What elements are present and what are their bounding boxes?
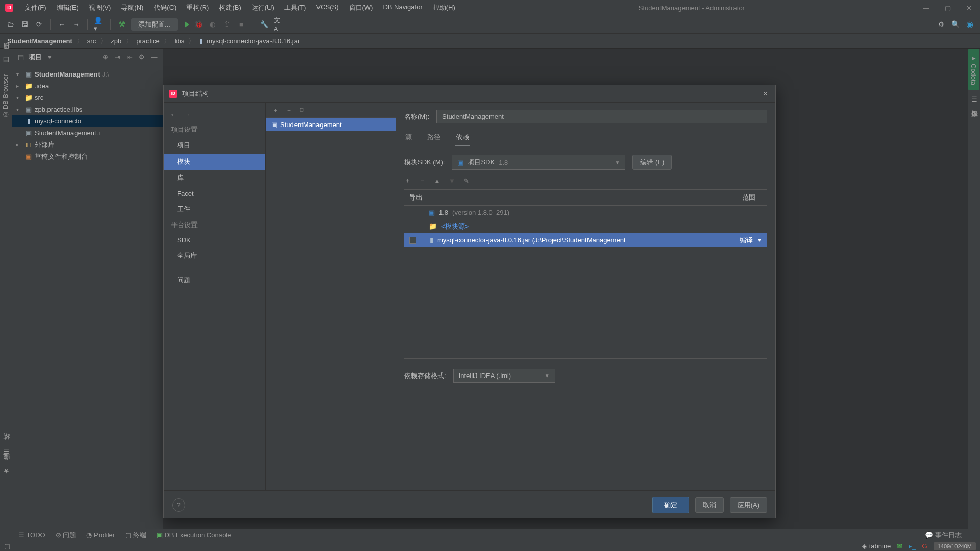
sb-profiler[interactable]: ◔ Profiler <box>86 531 115 539</box>
coverage-icon[interactable]: ◐ <box>208 19 218 30</box>
gear-icon[interactable]: ⚙ <box>137 53 146 61</box>
tree-node-jar[interactable]: ▮ mysql-connecto <box>12 115 163 127</box>
breadcrumb-item[interactable]: zpb <box>111 37 121 45</box>
refresh-icon[interactable]: ⟳ <box>34 19 44 30</box>
run-icon[interactable] <box>185 21 189 28</box>
sb-google-icon[interactable]: G <box>922 542 927 550</box>
menu-vcs[interactable]: VCS(S) <box>311 1 344 14</box>
tab-codota[interactable]: ▸Codota <box>968 49 979 90</box>
tree-node-external-libs[interactable]: ▸⫿⫿ 外部库 <box>12 139 163 151</box>
move-down-icon[interactable]: ▼ <box>449 177 455 185</box>
tree-node-package[interactable]: ▾▣ zpb.practice.libs <box>12 104 163 115</box>
menu-code[interactable]: 代码(C) <box>149 1 181 14</box>
back-icon[interactable]: ← <box>57 19 67 30</box>
menu-window[interactable]: 窗口(W) <box>344 1 378 14</box>
edit-sdk-button[interactable]: 编辑 (E) <box>632 155 672 170</box>
tab-paths[interactable]: 路径 <box>426 130 442 146</box>
dep-row-module-source[interactable]: 📁 <模块源> <box>404 219 767 233</box>
nav-facet[interactable]: Facet <box>164 186 265 201</box>
remove-dep-icon[interactable]: － <box>419 176 426 185</box>
add-module-icon[interactable]: ＋ <box>272 106 279 115</box>
open-icon[interactable]: 🗁 <box>5 19 15 30</box>
remove-module-icon[interactable]: － <box>286 106 292 115</box>
menu-edit[interactable]: 编辑(E) <box>52 1 84 14</box>
build-icon[interactable]: ⚒ <box>117 19 127 30</box>
ide-settings-icon[interactable]: ⚙ <box>936 19 946 30</box>
user-icon[interactable]: 👤▾ <box>94 19 104 30</box>
tree-node-src[interactable]: ▾📁 src <box>12 92 163 104</box>
breadcrumb-item[interactable]: practice <box>136 37 160 45</box>
module-item[interactable]: ▣ StudentManagement <box>266 118 396 131</box>
memory-indicator[interactable]: 1409/10240M <box>934 542 976 550</box>
hide-icon[interactable]: — <box>150 53 159 61</box>
sb-problems[interactable]: ⊘ 问题 <box>56 531 77 540</box>
module-sdk-dropdown[interactable]: ▣ 项目SDK 1.8 ▼ <box>452 155 625 170</box>
tab-database[interactable]: ☰数据库 <box>968 90 980 110</box>
nav-sdk[interactable]: SDK <box>164 233 265 247</box>
minimize-button[interactable]: — <box>923 4 929 12</box>
nav-global-libs[interactable]: 全局库 <box>164 247 265 264</box>
save-icon[interactable]: 🖫 <box>19 19 30 30</box>
apply-button[interactable]: 应用(A) <box>730 497 767 513</box>
menu-run[interactable]: 运行(U) <box>247 1 279 14</box>
settings-icon[interactable]: 🔧 <box>259 19 270 30</box>
nav-artifacts[interactable]: 工件 <box>164 201 265 217</box>
tree-node-iml[interactable]: ▣ StudentManagement.i <box>12 127 163 139</box>
sb-todo[interactable]: ☰ TODO <box>18 531 45 539</box>
add-dep-icon[interactable]: ＋ <box>404 176 411 185</box>
tree-node-idea[interactable]: ▸📁 .idea <box>12 80 163 92</box>
menu-dbnavigator[interactable]: DB Navigator <box>378 1 427 14</box>
debug-icon[interactable]: 🐞 <box>193 19 204 30</box>
breadcrumb-item[interactable]: libs <box>175 37 185 45</box>
sb-wechat-icon[interactable]: ✉ <box>897 542 902 550</box>
storage-format-dropdown[interactable]: IntelliJ IDEA (.iml) ▼ <box>453 369 555 383</box>
tab-dependencies[interactable]: 依赖 <box>455 130 470 146</box>
menu-navigate[interactable]: 导航(N) <box>116 1 149 14</box>
dep-row-jdk[interactable]: ▣ 1.8 (version 1.8.0_291) <box>404 206 767 219</box>
sb-terminal[interactable]: ▢ 终端 <box>125 531 146 540</box>
search-icon[interactable]: 🔍 <box>950 19 961 30</box>
breadcrumb-item[interactable]: mysql-connector-java-8.0.16.jar <box>207 37 300 45</box>
target-icon[interactable]: ⊕ <box>101 53 110 61</box>
tab-project[interactable]: ▤项目 <box>0 49 12 69</box>
move-up-icon[interactable]: ▲ <box>434 177 440 185</box>
help-button[interactable]: ? <box>172 498 185 512</box>
collapse-icon[interactable]: ⇤ <box>125 53 134 61</box>
project-title[interactable]: 项目 <box>29 53 42 62</box>
dialog-close-icon[interactable]: ✕ <box>760 90 770 97</box>
sb-eventlog[interactable]: 💬 事件日志 <box>925 531 962 540</box>
nav-problems[interactable]: 问题 <box>164 272 265 288</box>
sb-toggle-icon[interactable]: ▢ <box>4 542 10 550</box>
menu-file[interactable]: 文件(F) <box>19 1 52 14</box>
close-button[interactable]: ✕ <box>966 4 972 12</box>
menu-help[interactable]: 帮助(H) <box>428 1 460 14</box>
menu-tools[interactable]: 工具(T) <box>279 1 311 14</box>
dropdown-icon[interactable]: ▾ <box>45 53 54 61</box>
nav-back-icon[interactable]: ← <box>170 111 177 118</box>
copy-module-icon[interactable]: ⧉ <box>300 106 304 114</box>
menu-build[interactable]: 构建(B) <box>214 1 246 14</box>
nav-modules[interactable]: 模块 <box>164 154 265 170</box>
nav-project[interactable]: 项目 <box>164 137 265 154</box>
tab-structure[interactable]: ☰结构 <box>0 440 12 460</box>
tab-favorites[interactable]: ★收藏 <box>0 460 12 480</box>
breadcrumb-item[interactable]: StudentManagement <box>7 37 72 45</box>
tab-db-browser[interactable]: ◎DB Browser <box>0 69 11 124</box>
stop-icon[interactable]: ■ <box>236 19 247 30</box>
sb-terminal-icon[interactable]: ▸_ <box>909 542 916 550</box>
expand-icon[interactable]: ⇥ <box>113 53 122 61</box>
sb-tabnine[interactable]: ◈ tabnine <box>862 542 891 550</box>
codewithme-icon[interactable]: ◉ <box>965 19 975 30</box>
cancel-button[interactable]: 取消 <box>695 497 724 513</box>
sb-dbconsole[interactable]: ▣ DB Execution Console <box>157 531 231 539</box>
nav-forward-icon[interactable]: → <box>184 111 190 118</box>
export-checkbox[interactable] <box>409 237 416 244</box>
edit-dep-icon[interactable]: ✎ <box>463 177 469 185</box>
tab-sources[interactable]: 源 <box>404 130 413 146</box>
module-name-input[interactable]: StudentManagement <box>436 110 767 123</box>
menu-refactor[interactable]: 重构(R) <box>181 1 214 14</box>
tree-root[interactable]: ▾▣ StudentManagement J:\ <box>12 68 163 80</box>
nav-libraries[interactable]: 库 <box>164 170 265 186</box>
run-config-dropdown[interactable]: 添加配置... <box>131 18 178 31</box>
scope-dropdown-icon[interactable]: ▼ <box>757 237 762 243</box>
